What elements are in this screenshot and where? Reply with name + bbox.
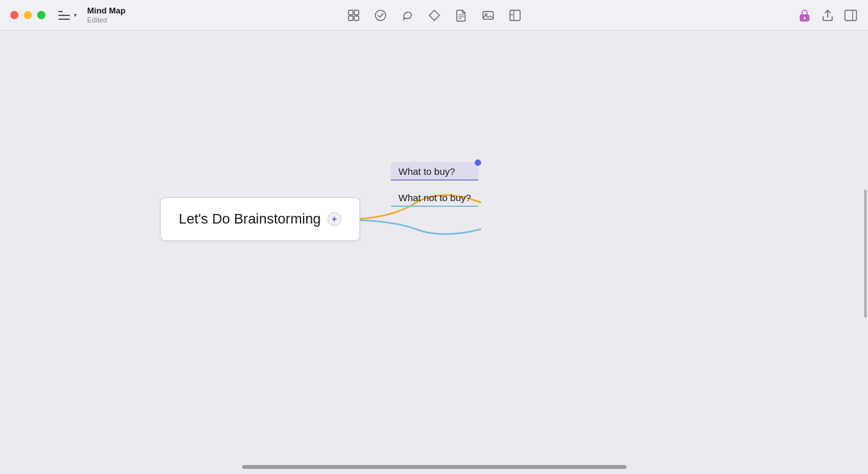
svg-rect-3 — [354, 16, 359, 20]
sidebar-right-icon[interactable] — [844, 8, 858, 22]
horizontal-scrollbar[interactable] — [242, 465, 626, 469]
minimize-button[interactable] — [24, 11, 32, 19]
svg-point-4 — [375, 10, 386, 20]
svg-point-14 — [804, 17, 806, 19]
svg-rect-10 — [510, 10, 520, 20]
document-status: Edited — [87, 16, 126, 24]
central-node[interactable]: Let's Do Brainstorming + — [160, 197, 360, 241]
svg-rect-2 — [348, 16, 353, 20]
canvas[interactable]: Let's Do Brainstorming + What to buy? Wh… — [0, 31, 868, 474]
vertical-scrollbar-thumb[interactable] — [864, 190, 867, 318]
sidebar-icon — [58, 11, 70, 20]
svg-rect-8 — [483, 12, 493, 19]
svg-rect-0 — [348, 10, 353, 15]
node-what-not-to-buy[interactable]: What not to buy? — [391, 188, 479, 207]
diamond-icon[interactable] — [427, 8, 441, 22]
share-icon[interactable] — [821, 8, 835, 22]
document-info: Mind Map Edited — [87, 6, 126, 24]
node-what-not-to-buy-text: What not to buy? — [398, 192, 471, 203]
toolbar-center — [347, 8, 522, 22]
node-what-to-buy[interactable]: What to buy? — [391, 162, 479, 181]
child-nodes: What to buy? What not to buy? — [391, 162, 479, 207]
chevron-down-icon: ▾ — [74, 12, 77, 19]
image-icon[interactable] — [481, 8, 495, 22]
svg-rect-1 — [354, 10, 359, 15]
vertical-scrollbar[interactable] — [864, 61, 868, 474]
document-title: Mind Map — [87, 6, 126, 16]
node-what-to-buy-text: What to buy? — [398, 166, 455, 177]
document-icon[interactable] — [454, 8, 468, 22]
central-node-text: Let's Do Brainstorming — [179, 211, 321, 227]
blue-dot-indicator — [475, 159, 481, 166]
check-icon[interactable] — [373, 8, 388, 22]
grid-icon[interactable] — [347, 8, 361, 22]
horizontal-scrollbar-thumb[interactable] — [242, 465, 626, 469]
layout-icon[interactable] — [508, 8, 522, 22]
traffic-lights — [0, 11, 45, 19]
close-button[interactable] — [10, 11, 19, 19]
toolbar-right — [798, 8, 858, 22]
svg-rect-15 — [845, 10, 856, 20]
title-bar: ▾ Mind Map Edited — [0, 0, 868, 31]
maximize-button[interactable] — [37, 11, 45, 19]
expand-button[interactable]: + — [327, 212, 341, 226]
sidebar-toggle-button[interactable]: ▾ — [54, 8, 81, 22]
lasso-icon[interactable] — [400, 8, 414, 22]
lock-icon[interactable] — [798, 8, 812, 22]
